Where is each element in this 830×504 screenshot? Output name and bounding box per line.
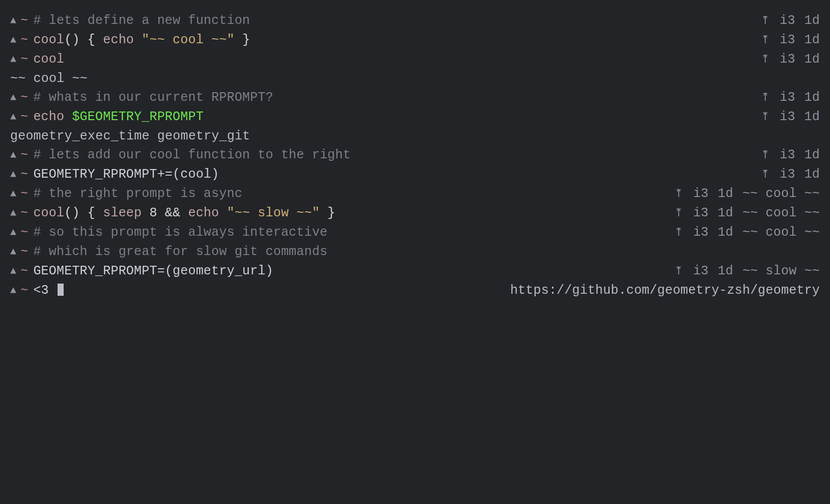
prompt-triangle-icon: ▲ [10, 184, 16, 203]
line-left: ▲~# lets add our cool function to the ri… [10, 146, 351, 165]
geometry-git-icon: ⤒ [761, 34, 770, 46]
segment: echo [103, 33, 134, 47]
segment: () { [64, 206, 103, 220]
segment: && [157, 206, 188, 220]
prompt-line: ▲~GEOMETRY_RPROMPT=(geometry_url)⤒ i31d~… [10, 262, 820, 281]
prompt-path: ~ [20, 90, 28, 105]
segment [219, 206, 227, 220]
rprompt: ⤒ i31d [761, 165, 820, 184]
segment: cool [33, 206, 64, 220]
segment: # lets define a new function [33, 13, 250, 28]
segment: geometry_exec_time geometry_git [10, 129, 250, 144]
geometry-git-branch: i3 [685, 206, 709, 220]
prompt-path: ~ [20, 13, 28, 28]
prompt-line: ▲~# which is great for slow git commands [10, 242, 820, 262]
geometry-git-icon: ⤒ [761, 53, 770, 66]
prompt-line: ▲~# whats in our current RPROMPT?⤒ i31d [10, 88, 820, 107]
segment: sleep [103, 206, 142, 220]
prompt-triangle-icon: ▲ [10, 107, 16, 126]
geometry-exec-time: 1d [805, 13, 820, 28]
rprompt-cool: ~~ cool ~~ [742, 186, 820, 201]
prompt-triangle-icon: ▲ [10, 11, 16, 30]
line-left: ▲~# which is great for slow git commands [10, 242, 327, 262]
geometry-git-branch: i3 [772, 148, 795, 162]
segment [134, 33, 142, 47]
line-left: ▲~# whats in our current RPROMPT? [10, 88, 273, 107]
segment: # whats in our current RPROMPT? [33, 90, 273, 105]
rprompt: ⤒ i31d~~ cool ~~ [674, 223, 820, 242]
line-left: ▲~cool() { sleep 8 && echo "~~ slow ~~" … [10, 204, 335, 223]
geometry-git-branch: i3 [685, 225, 709, 240]
prompt-line: ▲~cool⤒ i31d [10, 50, 820, 69]
geometry-exec-time: 1d [718, 264, 733, 278]
prompt-path: ~ [20, 225, 28, 240]
prompt-path: ~ [20, 186, 28, 201]
prompt-path: ~ [20, 33, 28, 47]
prompt-path: ~ [20, 167, 28, 182]
segment: GEOMETRY_RPROMPT+=(cool) [33, 167, 219, 182]
line-left: ▲~# the right prompt is async [10, 184, 242, 204]
rprompt: ⤒ i31d [761, 88, 820, 107]
segment: } [320, 206, 335, 220]
geometry-git-icon: ⤒ [761, 92, 770, 104]
geometry-git-icon: ⤒ [761, 169, 770, 181]
geometry-exec-time: 1d [805, 33, 820, 47]
prompt-path: ~ [20, 283, 28, 298]
prompt-triangle-icon: ▲ [10, 146, 16, 164]
geometry-git-icon: ⤒ [674, 207, 683, 219]
rprompt: ⤒ i31d [761, 146, 820, 165]
rprompt: ⤒ i31d~~ cool ~~ [674, 184, 820, 204]
prompt-line: ▲~GEOMETRY_RPROMPT+=(cool)⤒ i31d [10, 165, 820, 184]
geometry-git-branch: i3 [685, 186, 709, 201]
geometry-git-icon: ⤒ [761, 111, 770, 123]
rprompt: ⤒ i31d~~ slow ~~ [674, 262, 820, 281]
rprompt: ⤒ i31d [761, 11, 820, 31]
line-left: ▲~GEOMETRY_RPROMPT=(geometry_url) [10, 262, 273, 281]
geometry-git-icon: ⤒ [674, 227, 683, 239]
segment: # so this prompt is always interactive [33, 225, 327, 240]
segment: 8 [149, 206, 157, 220]
rprompt: ⤒ i31d [761, 50, 820, 69]
geometry-git-branch: i3 [772, 90, 795, 105]
prompt-path: ~ [20, 109, 28, 124]
segment: cool [33, 52, 64, 67]
rprompt: ⤒ i31d [761, 31, 820, 50]
terminal[interactable]: ▲~# lets define a new function⤒ i31d▲~co… [10, 11, 820, 300]
geometry-git-branch: i3 [685, 264, 709, 278]
geometry-git-icon: ⤒ [761, 149, 770, 161]
geometry-git-branch: i3 [772, 167, 795, 182]
segment: () { [64, 33, 103, 47]
prompt-path: ~ [20, 52, 28, 67]
segment: # the right prompt is async [33, 186, 242, 201]
prompt-triangle-icon: ▲ [10, 223, 16, 242]
rprompt-cool: ~~ cool ~~ [742, 206, 820, 220]
segment: echo [33, 109, 64, 124]
segment [64, 109, 72, 124]
segment: "~~ cool ~~" [142, 33, 234, 47]
line-left: ▲~GEOMETRY_RPROMPT+=(cool) [10, 165, 219, 184]
prompt-line: ▲~# lets add our cool function to the ri… [10, 146, 820, 165]
rprompt-url: https://github.com/geometry-zsh/geometry [510, 283, 820, 298]
segment: echo [188, 206, 219, 220]
prompt-triangle-icon: ▲ [10, 281, 16, 300]
geometry-exec-time: 1d [718, 225, 733, 240]
geometry-exec-time: 1d [718, 186, 733, 201]
cursor[interactable] [58, 284, 64, 296]
rprompt: ⤒ i31d~~ cool ~~ [674, 204, 820, 223]
geometry-exec-time: 1d [718, 206, 733, 220]
prompt-triangle-icon: ▲ [10, 204, 16, 222]
prompt-path: ~ [20, 148, 28, 162]
prompt-triangle-icon: ▲ [10, 31, 16, 49]
segment: } [235, 33, 250, 47]
prompt-line: ▲~# so this prompt is always interactive… [10, 223, 820, 242]
line-left: ~~ cool ~~ [10, 69, 88, 88]
prompt-triangle-icon: ▲ [10, 262, 16, 281]
output-line: geometry_exec_time geometry_git [10, 127, 820, 146]
line-left: geometry_exec_time geometry_git [10, 127, 250, 146]
line-left: ▲~echo $GEOMETRY_RPROMPT [10, 107, 204, 127]
line-left: ▲~cool() { echo "~~ cool ~~" } [10, 31, 250, 50]
prompt-line: ▲~cool() { echo "~~ cool ~~" }⤒ i31d [10, 31, 820, 50]
segment: cool [33, 33, 64, 47]
line-left: ▲~<3 [10, 281, 64, 300]
geometry-exec-time: 1d [805, 52, 820, 67]
